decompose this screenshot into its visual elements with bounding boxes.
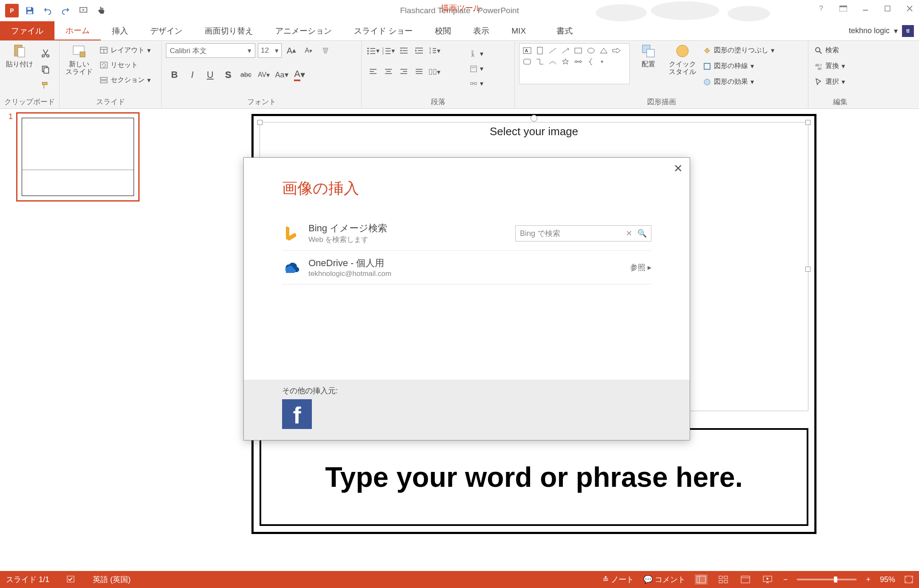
tab-design[interactable]: デザイン [139,21,194,40]
change-case-button[interactable]: Aa▾ [273,67,290,82]
cut-button[interactable] [38,46,53,60]
maximize-button[interactable] [882,3,893,14]
copy-button[interactable] [38,62,53,77]
shape-rect-icon[interactable] [572,45,584,56]
tab-home[interactable]: ホーム [54,21,101,40]
resize-handle-e[interactable] [805,267,811,272]
tab-view[interactable]: 表示 [462,21,500,40]
facebook-button[interactable]: f [282,399,312,429]
text-shadow-button[interactable]: S [220,67,237,82]
layout-button[interactable]: レイアウト ▾ [98,45,152,56]
decrease-font-button[interactable]: A▾ [301,43,316,58]
arrange-button[interactable]: 配置 [633,43,664,68]
tab-mix[interactable]: MIX [500,21,537,40]
tab-transitions[interactable]: 画面切り替え [194,21,264,40]
align-right-button[interactable] [397,65,411,79]
shapes-gallery[interactable]: A ▾ [519,43,630,84]
bullets-button[interactable]: ▾ [366,43,380,58]
justify-button[interactable] [412,65,426,79]
shape-star-icon[interactable] [559,57,571,67]
underline-button[interactable]: U [202,67,219,82]
close-button[interactable] [905,3,915,14]
text-placeholder[interactable]: Type your word or phrase here. [260,428,808,526]
touch-mouse-mode-button[interactable] [93,2,110,19]
character-spacing-button[interactable]: AV▾ [255,67,272,82]
new-slide-button[interactable]: 新しい スライド [64,43,94,75]
smartart-button[interactable]: ▾ [468,79,485,88]
shape-darrow-icon[interactable] [572,57,584,67]
resize-handle-nw[interactable] [257,120,263,125]
find-button[interactable]: 検索 [813,45,847,56]
shape-fill-button[interactable]: 図形の塗りつぶし ▾ [701,45,776,56]
language-indicator[interactable]: 英語 (英国) [93,574,131,585]
bing-search-input[interactable]: Bing で検索 ✕🔍 [515,225,651,241]
reset-button[interactable]: リセット [98,60,152,71]
tab-format[interactable]: 書式 [545,21,584,40]
decrease-indent-button[interactable] [397,43,411,58]
paste-button[interactable]: 貼り付け [4,43,35,68]
onedrive-row[interactable]: OneDrive - 個人用 tekhnologic@hotmail.com 参… [282,251,651,284]
increase-indent-button[interactable] [412,43,426,58]
bold-button[interactable]: B [166,67,183,82]
numbering-button[interactable]: 123▾ [381,43,396,58]
comments-button[interactable]: 💬 コメント [643,574,685,585]
zoom-slider[interactable] [797,579,856,580]
rotation-handle[interactable] [531,115,537,122]
section-button[interactable]: セクション ▾ [98,75,152,85]
notes-button[interactable]: ≛ ノート [602,574,634,585]
columns-button[interactable]: ▾ [427,65,442,79]
shape-oval-icon[interactable] [585,45,597,56]
fit-to-window-button[interactable] [905,576,913,583]
quick-styles-button[interactable]: クイック スタイル [667,43,698,75]
user-account[interactable]: tekhno logic▾ tl [849,21,919,40]
tab-slideshow[interactable]: スライド ショー [343,21,424,40]
align-text-button[interactable]: ▾ [468,64,485,74]
slide-sorter-view-button[interactable] [717,574,730,585]
save-button[interactable] [21,2,38,19]
zoom-level[interactable]: 95% [880,575,895,584]
slide-counter[interactable]: スライド 1/1 [6,574,49,585]
shape-textbox-icon[interactable]: A [521,45,533,56]
strikethrough-button[interactable]: abc [237,67,254,82]
align-left-button[interactable] [366,65,380,79]
shape-roundrect-icon[interactable] [521,57,533,67]
tab-review[interactable]: 校閲 [424,21,462,40]
reading-view-button[interactable] [739,574,752,585]
shapes-more-icon[interactable]: ▾ [598,57,606,67]
align-center-button[interactable] [381,65,396,79]
undo-button[interactable] [39,2,56,19]
dialog-close-button[interactable]: ✕ [674,162,683,175]
italic-button[interactable]: I [184,67,201,82]
shape-line-icon[interactable] [547,45,559,56]
shape-brace-icon[interactable] [585,57,597,67]
font-size-combo[interactable]: 12▾ [258,43,282,58]
shape-curve-icon[interactable] [547,57,559,67]
format-painter-button[interactable] [38,78,53,93]
slide-thumbnail-1[interactable] [16,112,140,202]
line-spacing-button[interactable]: ▾ [427,43,442,58]
tab-file[interactable]: ファイル [0,21,54,40]
help-button[interactable]: ? [816,3,826,14]
search-icon[interactable]: 🔍 [637,229,647,238]
shape-arrow-icon[interactable] [559,45,571,56]
normal-view-button[interactable] [695,574,708,585]
text-direction-button[interactable]: ||A▾ [468,49,485,59]
start-from-beginning-button[interactable] [75,2,92,19]
onedrive-browse-button[interactable]: 参照 ▸ [630,262,651,273]
shape-outline-button[interactable]: 図形の枠線 ▾ [701,61,776,71]
search-clear-icon[interactable]: ✕ [626,229,632,238]
shape-triangle-icon[interactable] [598,45,610,56]
replace-button[interactable]: abac置換 ▾ [813,61,847,71]
tab-animations[interactable]: アニメーション [264,21,343,40]
shape-connector-icon[interactable] [534,57,546,67]
shape-vtextbox-icon[interactable] [534,45,546,56]
spell-check-icon[interactable] [66,575,76,584]
zoom-in-button[interactable]: + [866,575,870,584]
font-color-button[interactable]: A▾ [291,67,308,82]
font-name-combo[interactable]: Calibri 本文▾ [166,43,255,58]
ribbon-display-options-button[interactable] [838,3,848,14]
resize-handle-ne[interactable] [805,120,811,125]
select-button[interactable]: 選択 ▾ [813,77,847,87]
minimize-button[interactable] [860,3,870,14]
increase-font-button[interactable]: A▴ [284,43,299,58]
